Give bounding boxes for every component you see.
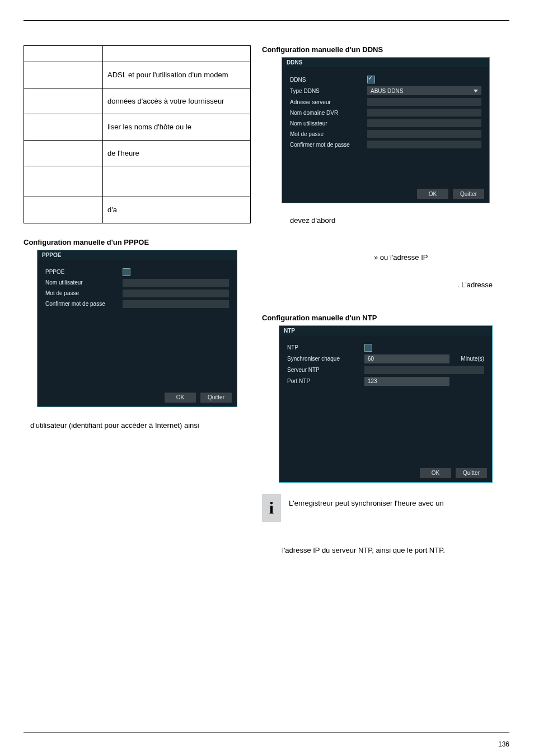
pppoe-dialog-title: PPPOE: [38, 250, 237, 260]
table-cell: liser les noms d'hôte ou le: [103, 114, 251, 141]
ntp-follow-text: l'adresse IP du serveur NTP, ainsi que l…: [282, 545, 509, 556]
two-column-layout: ADSL et pour l'utilisation d'un modem do…: [24, 45, 509, 555]
ntp-dialog-title: NTP: [279, 326, 492, 335]
left-column: ADSL et pour l'utilisation d'un modem do…: [24, 45, 251, 433]
ddns-dialog-title: DDNS: [282, 58, 489, 67]
pppoe-pw-input[interactable]: [123, 290, 229, 297]
ddns-label: Confirmer mot de passe: [290, 142, 363, 148]
ddns-row-pw: Mot de passe: [290, 130, 481, 138]
table-cell: ADSL et pour l'utilisation d'un modem: [103, 62, 251, 88]
ntp-row-sync: Synchroniser chaque 60 Minute(s): [287, 354, 484, 363]
ddns-label: Adresse serveur: [290, 99, 363, 105]
ddns-follow-1: devez d'abord: [290, 216, 509, 226]
pppoe-row-enable: PPPOE: [45, 268, 229, 276]
pppoe-row-cpw: Confirmer mot de passe: [45, 300, 229, 308]
page-number: 136: [498, 740, 509, 748]
ddns-type-select[interactable]: ABUS DDNS: [367, 86, 481, 95]
ntp-dialog-footer: OK Quitter: [279, 464, 492, 482]
ddns-label: DDNS: [290, 77, 363, 83]
options-table: ADSL et pour l'utilisation d'un modem do…: [24, 45, 251, 223]
ddns-type-value: ABUS DDNS: [371, 88, 403, 94]
ddns-row-type: Type DDNS ABUS DDNS: [290, 86, 481, 95]
ddns-user-input[interactable]: [367, 119, 481, 127]
page-bottom-rule: [24, 732, 509, 732]
ddns-heading: Configuration manuelle d'un DDNS: [262, 45, 509, 54]
ddns-cancel-button[interactable]: Quitter: [452, 188, 485, 199]
ntp-sync-input[interactable]: 60: [364, 354, 449, 363]
ntp-heading: Configuration manuelle d'un NTP: [262, 314, 509, 322]
ntp-label: Synchroniser chaque: [287, 356, 360, 362]
ntp-label: Serveur NTP: [287, 367, 360, 373]
table-cell: données d'accès à votre fournisseur: [103, 88, 251, 114]
ntp-dialog-body: NTP Synchroniser chaque 60 Minute(s) Ser…: [279, 335, 492, 464]
table-row: ADSL et pour l'utilisation d'un modem: [24, 62, 251, 88]
pppoe-dialog: PPPOE PPPOE Nom utilisateur Mot de passe: [37, 250, 237, 407]
ntp-cancel-button[interactable]: Quitter: [455, 468, 488, 479]
pppoe-label: Nom utilisateur: [45, 279, 118, 286]
ddns-row-enable: DDNS: [290, 76, 481, 83]
ntp-label: NTP: [287, 344, 360, 351]
ntp-srv-input[interactable]: [364, 366, 484, 374]
pppoe-ok-button[interactable]: OK: [164, 392, 196, 403]
table-row: données d'accès à votre fournisseur: [24, 88, 251, 114]
ddns-row-dom: Nom domaine DVR: [290, 109, 481, 116]
info-icon: i: [262, 494, 281, 522]
info-text: L'enregistreur peut synchroniser l'heure…: [289, 494, 444, 508]
ddns-dom-input[interactable]: [367, 109, 481, 116]
ddns-follow-3: . L'adresse: [262, 280, 509, 290]
pppoe-follow-text: d'utilisateur (identifiant pour accéder …: [30, 421, 251, 431]
table-cell: d'a: [103, 197, 251, 223]
ddns-srv-input[interactable]: [367, 98, 481, 106]
ntp-ok-button[interactable]: OK: [419, 468, 452, 479]
ddns-row-user: Nom utilisateur: [290, 119, 481, 127]
ntp-port-input[interactable]: 123: [364, 377, 449, 386]
ddns-row-cpw: Confirmer mot de passe: [290, 141, 481, 148]
chevron-down-icon: [474, 90, 478, 92]
table-row: d'a: [24, 197, 251, 223]
ntp-sync-value: 60: [368, 356, 374, 362]
pppoe-checkbox[interactable]: [123, 268, 130, 276]
ddns-label: Nom domaine DVR: [290, 110, 363, 116]
ddns-row-srv: Adresse serveur: [290, 98, 481, 106]
table-header-row: [24, 46, 251, 62]
pppoe-heading: Configuration manuelle d'un PPPOE: [24, 238, 251, 246]
pppoe-cancel-button[interactable]: Quitter: [200, 392, 232, 403]
right-column: Configuration manuelle d'un DDNS DDNS DD…: [262, 45, 509, 555]
ntp-dialog: NTP NTP Synchroniser chaque 60 Minute(s)…: [279, 325, 493, 483]
page-top-rule: [24, 20, 509, 21]
ddns-label: Type DDNS: [290, 88, 363, 94]
pppoe-user-input[interactable]: [123, 279, 229, 287]
ddns-dialog-body: DDNS Type DDNS ABUS DDNS Adresse serveur: [282, 67, 489, 185]
ntp-port-value: 123: [368, 378, 377, 384]
table-row: de l'heure: [24, 140, 251, 166]
pppoe-cpw-input[interactable]: [123, 300, 229, 308]
pppoe-label: Confirmer mot de passe: [45, 301, 118, 307]
ntp-row-enable: NTP: [287, 344, 484, 352]
pppoe-label: Mot de passe: [45, 290, 118, 296]
ddns-dialog-footer: OK Quitter: [282, 185, 489, 203]
pppoe-row-user: Nom utilisateur: [45, 279, 229, 287]
pppoe-label: PPPOE: [45, 269, 118, 275]
ddns-pw-input[interactable]: [367, 130, 481, 138]
pppoe-row-pw: Mot de passe: [45, 290, 229, 297]
ddns-follow-2: » ou l'adresse IP: [374, 253, 509, 263]
table-cell: de l'heure: [103, 140, 251, 166]
ntp-checkbox[interactable]: [364, 344, 372, 352]
ntp-row-port: Port NTP 123: [287, 377, 484, 386]
ddns-label: Mot de passe: [290, 131, 363, 137]
ddns-ok-button[interactable]: OK: [416, 188, 449, 199]
ddns-cpw-input[interactable]: [367, 141, 481, 148]
pppoe-dialog-footer: OK Quitter: [38, 389, 237, 407]
ntp-sync-unit: Minute(s): [461, 356, 484, 362]
ntp-row-srv: Serveur NTP: [287, 366, 484, 374]
ntp-label: Port NTP: [287, 378, 360, 384]
pppoe-dialog-body: PPPOE Nom utilisateur Mot de passe Confi…: [38, 260, 237, 389]
ddns-label: Nom utilisateur: [290, 120, 363, 127]
table-row: [24, 166, 251, 197]
info-box: i L'enregistreur peut synchroniser l'heu…: [262, 494, 509, 522]
ddns-dialog: DDNS DDNS Type DDNS ABUS DDNS Ad: [282, 57, 490, 203]
ddns-checkbox[interactable]: [367, 76, 375, 83]
table-row: liser les noms d'hôte ou le: [24, 114, 251, 141]
table-cell: [103, 166, 251, 197]
